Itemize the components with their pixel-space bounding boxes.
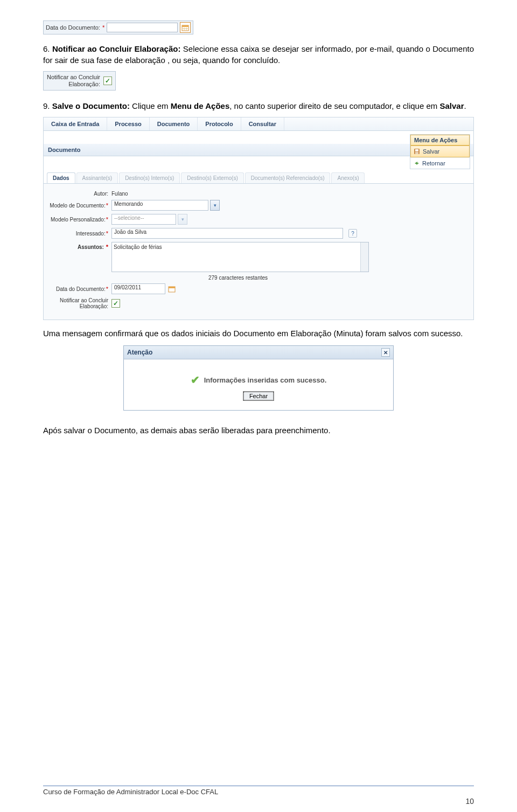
tab-anexos[interactable]: Anexo(s): [331, 172, 365, 183]
svg-rect-1: [182, 25, 188, 27]
svg-rect-7: [415, 152, 418, 154]
return-icon: [413, 159, 420, 167]
action-retornar[interactable]: Retornar: [410, 157, 470, 169]
success-check-icon: ✔: [191, 373, 200, 386]
tab-dados[interactable]: Dados: [47, 172, 75, 183]
notificar-label: Notificar ao Concluir Elaboração:: [49, 297, 111, 309]
top-date-label: Data do Documento:: [46, 24, 102, 31]
tab-assinantes[interactable]: Assinante(s): [76, 172, 118, 183]
dropdown-icon[interactable]: ▾: [210, 200, 220, 211]
assuntos-label: Assuntos: *: [49, 242, 111, 250]
top-date-field: Data do Documento: *: [43, 20, 193, 34]
notify-label: Notificar ao Concluir Elaboração:: [47, 74, 103, 88]
menu-processo[interactable]: Processo: [107, 117, 150, 130]
paragraph-confirm: Uma mensagem confirmará que os dados ini…: [43, 328, 474, 339]
fechar-button[interactable]: Fechar: [243, 392, 274, 400]
modelo-doc-label: Modelo de Documento:*: [49, 202, 111, 209]
action-menu-panel: Menu de Ações Salvar Retornar: [410, 134, 470, 169]
paragraph-after: Após salvar o Documento, as demais abas …: [43, 425, 474, 436]
autor-value: Fulano: [111, 191, 128, 197]
menu-documento[interactable]: Documento: [150, 117, 198, 130]
svg-rect-8: [417, 163, 418, 164]
autor-label: Autor:: [49, 191, 111, 197]
scrollbar-stub[interactable]: [360, 242, 368, 272]
modelo-doc-select[interactable]: Memorando: [111, 200, 208, 211]
notify-checkbox[interactable]: ✓: [103, 77, 112, 85]
tab-destinos-externos[interactable]: Destino(s) Externo(s): [181, 172, 243, 183]
notify-field-box: Notificar ao Concluir Elaboração: ✓: [43, 71, 116, 91]
data-doc-input[interactable]: 09/02/2011: [111, 283, 165, 294]
menu-protocolo[interactable]: Protocolo: [198, 117, 241, 130]
app-screenshot: Caixa de Entrada Processo Documento Prot…: [43, 117, 474, 320]
menu-consultar[interactable]: Consultar: [241, 117, 284, 130]
action-menu-head[interactable]: Menu de Ações: [410, 135, 470, 145]
page-footer: Curso de Formação de Administrador Local…: [43, 786, 474, 796]
paragraph-9: 9. Salve o Documento: Clique em Menu de …: [43, 100, 474, 112]
menu-caixa-entrada[interactable]: Caixa de Entrada: [44, 117, 107, 130]
form-area: Autor: Fulano Modelo de Documento:* Memo…: [44, 184, 473, 320]
tab-docs-referenciados[interactable]: Documento(s) Referenciado(s): [245, 172, 331, 183]
tabs-bar: Dados Assinante(s) Destino(s) Interno(s)…: [44, 169, 473, 184]
action-salvar[interactable]: Salvar: [410, 145, 470, 157]
dropdown-icon[interactable]: ▾: [178, 214, 187, 225]
dialog-message: Informações inseridas com sucesso.: [204, 376, 327, 384]
tab-destinos-internos[interactable]: Destino(s) Interno(s): [119, 172, 180, 183]
interessado-input[interactable]: João da Silva: [111, 228, 343, 239]
close-icon[interactable]: ✕: [381, 348, 390, 357]
documento-header: Documento: [44, 144, 473, 156]
app-top-menu: Caixa de Entrada Processo Documento Prot…: [44, 117, 473, 131]
svg-rect-6: [415, 149, 418, 151]
svg-rect-10: [169, 287, 175, 288]
footer-text: Curso de Formação de Administrador Local…: [43, 788, 218, 796]
notificar-checkbox[interactable]: ✓: [111, 299, 120, 308]
page-number: 10: [465, 797, 474, 806]
modelo-pers-label: Modelo Personalizado:*: [49, 216, 111, 223]
success-dialog: Atenção ✕ ✔ Informações inseridas com su…: [123, 345, 394, 411]
calendar-icon[interactable]: [180, 22, 191, 33]
calendar-icon[interactable]: [167, 284, 176, 293]
top-date-input[interactable]: [107, 23, 178, 32]
save-icon: [413, 148, 421, 155]
help-icon[interactable]: ?: [348, 229, 357, 238]
assuntos-textarea[interactable]: Solicitação de férias: [111, 242, 369, 272]
char-count: 279 caracteres restantes: [111, 274, 365, 282]
data-doc-label: Data do Documento:*: [49, 286, 111, 292]
paragraph-6: 6. Notificar ao Concluir Elaboração: Sel…: [43, 43, 474, 66]
interessado-label: Interessado:*: [49, 230, 111, 237]
modelo-pers-select[interactable]: --selecione--: [111, 214, 176, 225]
required-asterisk: *: [102, 24, 104, 31]
dialog-title-text: Atenção: [127, 349, 152, 356]
